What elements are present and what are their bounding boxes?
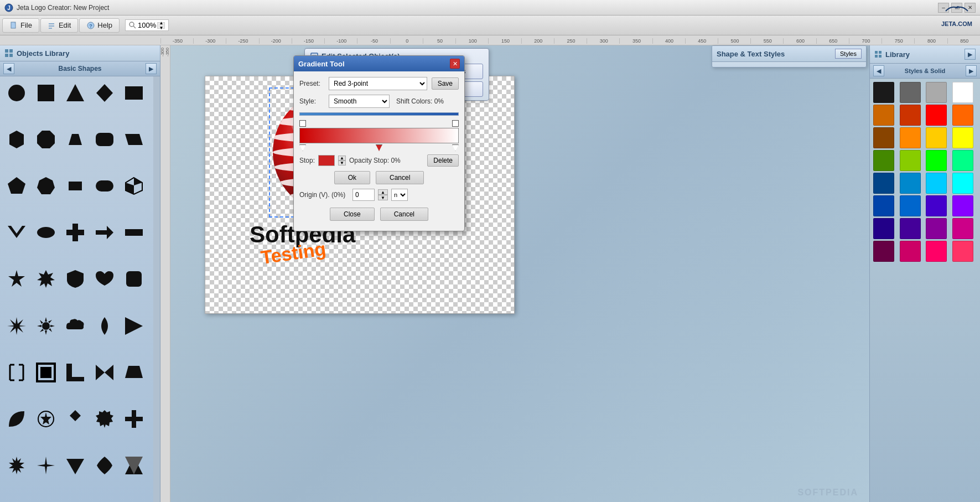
gradient-stop-right[interactable] — [452, 120, 459, 127]
shape-triangle[interactable] — [63, 81, 87, 105]
color-swatch-12[interactable] — [873, 150, 894, 171]
shape-rect[interactable] — [122, 81, 146, 105]
save-preset-btn[interactable]: Save — [432, 77, 459, 90]
color-swatch-21[interactable] — [900, 195, 921, 216]
right-panel-nav-btn[interactable]: ▶ — [965, 49, 976, 60]
shape-chevron-down[interactable] — [4, 220, 29, 245]
shape-badge[interactable] — [92, 407, 117, 431]
origin-spin-up[interactable]: ▲ — [378, 189, 388, 195]
color-swatch-29[interactable] — [900, 241, 921, 262]
sidebar-prev-btn[interactable]: ◀ — [3, 63, 14, 74]
preset-select[interactable]: Red 3-point — [329, 77, 427, 90]
shape-heptagon[interactable] — [34, 174, 58, 198]
shape-diamond[interactable] — [92, 81, 117, 105]
color-swatch-1[interactable] — [900, 82, 921, 103]
color-swatch-0[interactable] — [873, 82, 894, 103]
ok-btn[interactable]: Ok — [334, 171, 370, 184]
color-swatch-11[interactable] — [952, 127, 973, 148]
shape-bracket[interactable] — [4, 360, 29, 385]
cancel2-btn[interactable]: Cancel — [380, 208, 428, 221]
gradient-dialog-close-btn[interactable]: ✕ — [450, 59, 460, 69]
color-next-btn[interactable]: ▶ — [966, 65, 977, 76]
cancel-btn[interactable]: Cancel — [376, 171, 424, 184]
shape-roundrect[interactable] — [92, 127, 117, 152]
shape-bowtie[interactable] — [92, 360, 117, 385]
shape-circle[interactable] — [4, 81, 29, 105]
color-swatch-17[interactable] — [900, 173, 921, 194]
color-swatch-23[interactable] — [952, 195, 973, 216]
shape-gear[interactable] — [34, 314, 58, 338]
sidebar-next-btn[interactable]: ▶ — [146, 63, 157, 74]
shape-triangle2[interactable] — [63, 453, 87, 478]
shape-cloud[interactable] — [63, 314, 87, 338]
color-swatch-2[interactable] — [926, 82, 947, 103]
shape-star5[interactable] — [4, 267, 29, 291]
origin-spin-down[interactable]: ▼ — [378, 195, 388, 200]
delete-stop-btn[interactable]: Delete — [427, 154, 459, 167]
menu-help[interactable]: ? Help — [79, 18, 120, 33]
gradient-ptr-left[interactable] — [299, 144, 306, 151]
color-swatch-28[interactable] — [873, 241, 894, 262]
color-swatch-14[interactable] — [926, 150, 947, 171]
color-swatch-18[interactable] — [926, 173, 947, 194]
menu-edit[interactable]: Edit — [40, 18, 78, 33]
origin-input[interactable] — [352, 189, 375, 201]
shape-triangle-right[interactable] — [122, 314, 146, 338]
shape-cross[interactable] — [63, 220, 87, 245]
shape-heart[interactable] — [92, 267, 117, 291]
shape-wide-rect[interactable] — [122, 220, 146, 245]
color-swatch-20[interactable] — [873, 195, 894, 216]
shape-shield[interactable] — [63, 267, 87, 291]
color-swatch-27[interactable] — [952, 218, 973, 239]
zoom-controls[interactable]: ▲ ▼ — [157, 22, 165, 29]
color-swatch-25[interactable] — [900, 218, 921, 239]
shape-cross2[interactable] — [122, 407, 146, 431]
sidebar-scrollbar[interactable] — [153, 76, 160, 502]
shape-square[interactable] — [34, 81, 58, 105]
shape-star4[interactable] — [34, 453, 58, 478]
color-swatch-7[interactable] — [952, 105, 973, 126]
color-swatch-24[interactable] — [873, 218, 894, 239]
shape-pill[interactable] — [92, 174, 117, 198]
shape-rounded-sq[interactable] — [122, 267, 146, 291]
shape-octagon[interactable] — [34, 127, 58, 152]
color-swatch-6[interactable] — [926, 105, 947, 126]
gradient-bar[interactable] — [299, 128, 459, 143]
shape-trapezoid[interactable] — [63, 127, 87, 152]
gradient-stop-left[interactable] — [299, 120, 306, 127]
color-swatch-31[interactable] — [952, 241, 973, 262]
shape-pentagon[interactable] — [4, 174, 29, 198]
shape-drop[interactable] — [92, 314, 117, 338]
stop-spin-up[interactable]: ▲ — [338, 156, 346, 161]
color-swatch-19[interactable] — [952, 173, 973, 194]
shape-star-circle[interactable] — [34, 407, 58, 431]
menu-file[interactable]: File — [2, 18, 39, 33]
color-swatch-10[interactable] — [926, 127, 947, 148]
color-swatch-3[interactable] — [952, 82, 973, 103]
shape-l-shape[interactable] — [63, 360, 87, 385]
color-swatch-15[interactable] — [952, 150, 973, 171]
shape-leaf[interactable] — [4, 407, 29, 431]
shape-plus[interactable] — [92, 453, 117, 478]
color-swatch-16[interactable] — [873, 173, 894, 194]
shape-hexagon[interactable] — [4, 127, 29, 152]
shape-trapezoid2[interactable] — [122, 360, 146, 385]
color-swatch-26[interactable] — [926, 218, 947, 239]
style-select[interactable]: Smooth — [329, 95, 390, 108]
gradient-ptr-right[interactable] — [452, 144, 459, 151]
shift-slider[interactable] — [299, 112, 459, 116]
shape-parallelogram[interactable] — [122, 127, 146, 152]
color-swatch-9[interactable] — [900, 127, 921, 148]
stop-color-btn[interactable] — [318, 155, 335, 166]
shape-starburst[interactable] — [4, 314, 29, 338]
shape-ellipse[interactable] — [34, 220, 58, 245]
shape-triangle3[interactable] — [122, 453, 146, 478]
shape-cube[interactable] — [122, 174, 146, 198]
canvas-area[interactable]: -350-300-250-200-150-100-500501001502002… — [160, 45, 869, 502]
origin-dropdown[interactable]: n — [391, 189, 408, 201]
shape-star8[interactable] — [4, 453, 29, 478]
color-swatch-22[interactable] — [926, 195, 947, 216]
shape-frame[interactable] — [34, 360, 58, 385]
color-swatch-5[interactable] — [900, 105, 921, 126]
shape-arrow[interactable] — [92, 220, 117, 245]
